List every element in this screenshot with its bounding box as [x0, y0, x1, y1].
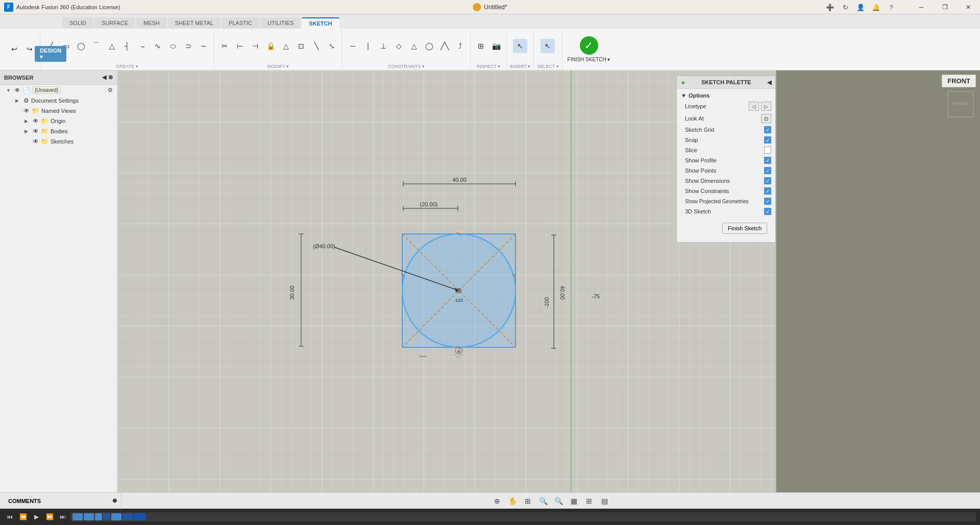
options-header[interactable]: ▼ Options: [677, 91, 775, 100]
break-icon[interactable]: ⊣: [248, 39, 262, 53]
finish-sketch-palette-button[interactable]: Finish Sketch: [722, 223, 767, 234]
timeline-prev-btn[interactable]: ⏪: [17, 511, 29, 522]
horizontal-icon[interactable]: ─: [346, 39, 360, 53]
timeline-item-5[interactable]: [122, 513, 133, 520]
timeline-item-3[interactable]: [103, 513, 110, 520]
3d-sketch-checkbox[interactable]: ✓: [764, 208, 771, 215]
design-button[interactable]: DESIGN ▾: [35, 46, 66, 62]
comments-expand-icon[interactable]: ⊕: [112, 497, 117, 504]
tan-icon[interactable]: ◇: [391, 39, 406, 53]
browser-collapse-icon[interactable]: ◀: [102, 74, 106, 81]
browser-expand-icon[interactable]: ⊕: [108, 74, 113, 81]
measure-icon[interactable]: ⊞: [474, 39, 488, 53]
browser-item-root[interactable]: ▼ 👁 📄 (Unsaved) ⚙: [0, 85, 117, 96]
hline-icon[interactable]: ┤: [120, 39, 134, 53]
timeline-next-btn[interactable]: ⏩: [44, 511, 55, 522]
restore-button[interactable]: ❐: [933, 0, 957, 14]
show-profile-checkbox[interactable]: ✓: [764, 157, 771, 164]
timeline-item-1[interactable]: [84, 513, 94, 520]
add-icon[interactable]: ➕: [823, 0, 837, 14]
timeline-next-end-btn[interactable]: ⏭: [57, 511, 68, 522]
tab-mesh[interactable]: MESH: [136, 17, 167, 29]
sketch-grid-checkbox[interactable]: ✓: [764, 126, 771, 133]
timeline-item-4[interactable]: [111, 513, 121, 520]
undo-icon[interactable]: ↩: [7, 42, 21, 56]
show-points-checkbox[interactable]: ✓: [764, 167, 771, 174]
parallel-icon[interactable]: ◯: [422, 39, 436, 53]
sym-icon[interactable]: ╱╲: [437, 39, 452, 53]
timeline-item-0[interactable]: [72, 513, 83, 520]
mirror-icon[interactable]: ⊡: [294, 39, 308, 53]
lock-icon[interactable]: 🔒: [263, 39, 278, 53]
linetype-right-btn[interactable]: ▷: [761, 102, 771, 111]
pan-icon[interactable]: ✋: [506, 494, 519, 508]
display-mode-icon[interactable]: ▦: [567, 494, 580, 508]
modify-label[interactable]: MODIFY ▾: [267, 64, 289, 69]
browser-item-bodies[interactable]: ▶ 👁 📁 Bodies: [0, 126, 117, 136]
fit-icon[interactable]: ⊞: [521, 494, 534, 508]
user-icon[interactable]: 👤: [853, 0, 868, 14]
help-icon[interactable]: ?: [884, 0, 898, 14]
close-button[interactable]: ✕: [957, 0, 980, 14]
grid-icon[interactable]: ⊞: [582, 494, 596, 508]
constraints-label[interactable]: CONSTRAINTS ▾: [388, 64, 425, 69]
notification-icon[interactable]: 🔔: [869, 0, 883, 14]
ellipse-icon[interactable]: ⬭: [166, 39, 180, 53]
browser-item-origin[interactable]: ▶ 👁 📁 Origin: [0, 116, 117, 126]
select-label[interactable]: SELECT ▾: [537, 64, 558, 69]
offset-icon[interactable]: △: [279, 39, 293, 53]
scale-icon[interactable]: ⤡: [325, 39, 339, 53]
zoom-fit-icon[interactable]: 🔍: [536, 494, 550, 508]
cursor-icon[interactable]: ↖: [541, 39, 555, 53]
equal-icon[interactable]: △: [407, 39, 421, 53]
finish-sketch-button[interactable]: ✓ FINISH SKETCH ▾: [562, 29, 616, 69]
browser-item-doc-settings[interactable]: ▶ ⚙ Document Settings: [0, 96, 117, 106]
extend-icon[interactable]: ⊢: [233, 39, 247, 53]
lookat-btn[interactable]: ⊡: [761, 114, 771, 123]
slice-checkbox[interactable]: [764, 147, 771, 154]
show-dimensions-checkbox[interactable]: ✓: [764, 177, 771, 184]
timeline-item-2[interactable]: [95, 513, 102, 520]
perp-icon[interactable]: ⊥: [376, 39, 390, 53]
insert-label[interactable]: INSERT ▾: [510, 64, 530, 69]
poly-icon[interactable]: △: [105, 39, 119, 53]
slot-icon[interactable]: ⊃: [181, 39, 195, 53]
wave-icon[interactable]: ∼: [197, 39, 211, 53]
tab-plastic[interactable]: PLASTIC: [222, 17, 259, 29]
linetype-left-btn[interactable]: ◁: [749, 102, 759, 111]
refresh-icon[interactable]: ↻: [838, 0, 852, 14]
circle-icon[interactable]: ◯: [74, 39, 88, 53]
view-settings-icon[interactable]: ▤: [598, 494, 611, 508]
tab-sketch[interactable]: SKETCH: [302, 17, 339, 29]
browser-item-named-views[interactable]: 👁 📁 Named Views: [0, 106, 117, 116]
view-cube[interactable]: FRONT: [945, 89, 976, 120]
timeline-play-btn[interactable]: ▶: [31, 511, 42, 522]
inspect-label[interactable]: INSPECT ▾: [477, 64, 500, 69]
trim-icon[interactable]: ✂: [217, 39, 232, 53]
canvas-area[interactable]: 30.00 40.00 (20.00) 40.00 -75 -100: [117, 70, 776, 492]
camera-icon[interactable]: 📷: [489, 39, 503, 53]
fillet-icon[interactable]: ⌣: [135, 39, 150, 53]
show-constraints-checkbox[interactable]: ✓: [764, 187, 771, 195]
tab-utilities[interactable]: UTILITIES: [260, 17, 301, 29]
spline-icon[interactable]: ∿: [151, 39, 165, 53]
snap-checkbox[interactable]: ✓: [764, 136, 771, 144]
zoom-icon[interactable]: ⇔: [785, 75, 793, 86]
project-icon[interactable]: ╲: [309, 39, 324, 53]
zoom-in-icon[interactable]: 🔍: [552, 494, 565, 508]
fix-icon[interactable]: ⤴: [453, 39, 467, 53]
tab-sheet-metal[interactable]: SHEET METAL: [168, 17, 220, 29]
tab-surface[interactable]: SURFACE: [94, 17, 135, 29]
minimize-button[interactable]: ─: [910, 0, 933, 14]
browser-item-sketches[interactable]: 👁 📁 Sketches: [0, 136, 117, 147]
show-projected-checkbox[interactable]: ✓: [764, 198, 771, 205]
tab-solid[interactable]: SOLID: [62, 17, 93, 29]
root-settings-icon[interactable]: ⚙: [108, 87, 113, 93]
select-icon[interactable]: ↖: [513, 39, 527, 53]
arc-icon[interactable]: ⌒: [89, 39, 104, 53]
palette-pin-icon[interactable]: ◀: [767, 79, 771, 86]
timeline-item-6[interactable]: [134, 513, 146, 520]
vertical-icon[interactable]: |: [361, 39, 375, 53]
create-label[interactable]: CREATE ▾: [116, 64, 138, 69]
timeline-prev-start-btn[interactable]: ⏮: [4, 511, 15, 522]
